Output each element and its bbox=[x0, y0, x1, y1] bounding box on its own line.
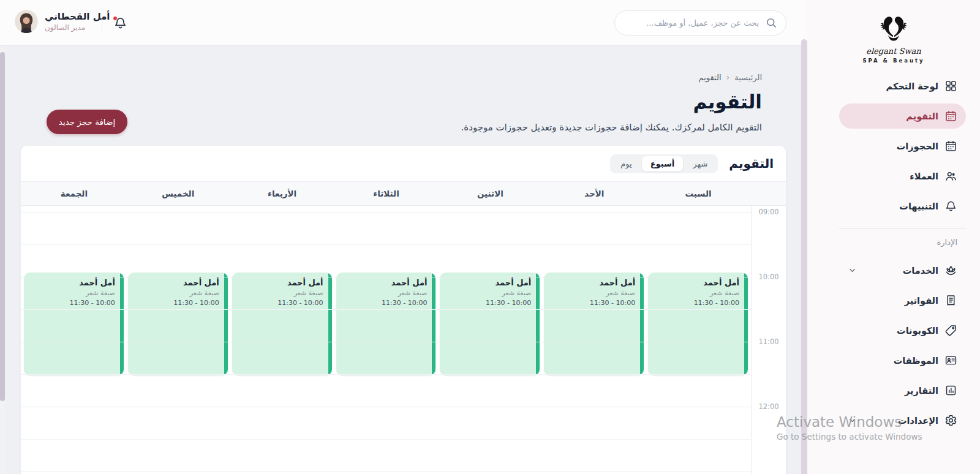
time-label: 10:00 bbox=[752, 273, 786, 281]
page-scrollbar-thumb[interactable] bbox=[0, 52, 5, 401]
grid-line bbox=[21, 277, 752, 277]
sidebar-item-label: لوحة التحكم bbox=[886, 81, 938, 91]
day-column: أمل أحمدصبغة شعر11:30 - 10:00 bbox=[126, 206, 230, 474]
reports-icon bbox=[944, 384, 957, 397]
services-icon bbox=[944, 264, 957, 277]
sidebar-item-label: التقويم bbox=[906, 111, 938, 121]
sidebar-item-label: الإعدادات bbox=[898, 416, 938, 426]
appointment-service: صبغة شعر bbox=[29, 289, 115, 297]
appointment-client: أمل أحمد bbox=[29, 278, 115, 287]
day-column: أمل أحمدصبغة شعر11:30 - 10:00 bbox=[646, 206, 750, 474]
day-header: الجمعة bbox=[22, 182, 126, 205]
sidebar-item[interactable]: التقويم bbox=[839, 103, 966, 129]
grid-line bbox=[21, 374, 752, 375]
day-header: الأربعاء bbox=[230, 182, 334, 205]
time-label: 12:00 bbox=[752, 402, 786, 411]
appointment-time: 11:30 - 10:00 bbox=[237, 299, 323, 307]
coupons-icon bbox=[944, 324, 957, 337]
appointment-card[interactable]: أمل أحمدصبغة شعر11:30 - 10:00 bbox=[440, 273, 540, 375]
appointment-card[interactable]: أمل أحمدصبغة شعر11:30 - 10:00 bbox=[24, 273, 124, 375]
appointment-card[interactable]: أمل أحمدصبغة شعر11:30 - 10:00 bbox=[232, 273, 332, 375]
notifications-bell-icon bbox=[944, 200, 957, 213]
avatar[interactable] bbox=[15, 10, 38, 33]
appointment-client: أمل أحمد bbox=[549, 278, 635, 287]
clients-icon bbox=[944, 170, 957, 182]
grid-line bbox=[21, 439, 752, 440]
appointment-accent-bar bbox=[432, 273, 435, 375]
sidebar-item[interactable]: التنبيهات bbox=[839, 194, 966, 219]
sidebar-item[interactable]: العملاء bbox=[839, 164, 966, 189]
day-column: أمل أحمدصبغة شعر11:30 - 10:00 bbox=[22, 206, 126, 474]
user-profile[interactable]: أمل القحطاني مدير الصالون bbox=[15, 10, 110, 33]
dashboard-icon bbox=[944, 80, 957, 92]
appointment-service: صبغة شعر bbox=[549, 289, 635, 297]
sidebar-item[interactable]: الموظفات bbox=[839, 348, 966, 373]
time-label: 11:00 bbox=[752, 337, 786, 346]
day-header: الاثنين bbox=[438, 182, 542, 205]
breadcrumb-chevron-icon: ‹ bbox=[726, 72, 730, 82]
add-booking-button[interactable]: إضافة حجز جديد bbox=[47, 110, 127, 134]
notification-dot bbox=[113, 16, 118, 21]
notifications-bell-icon[interactable] bbox=[112, 16, 128, 32]
appointment-client: أمل أحمد bbox=[133, 278, 219, 287]
chevron-down-icon bbox=[848, 416, 857, 425]
day-column: أمل أحمدصبغة شعر11:30 - 10:00 bbox=[230, 206, 334, 474]
day-column: أمل أحمدصبغة شعر11:30 - 10:00 bbox=[438, 206, 542, 474]
sidebar-item-label: الحجوزات bbox=[897, 141, 938, 151]
sidebar-item[interactable]: الكوبونات bbox=[839, 318, 966, 343]
appointment-service: صبغة شعر bbox=[133, 289, 219, 297]
appointment-time: 11:30 - 10:00 bbox=[653, 299, 739, 307]
appointment-time: 11:30 - 10:00 bbox=[29, 299, 115, 307]
grid-line bbox=[21, 244, 752, 245]
appointment-card[interactable]: أمل أحمدصبغة شعر11:30 - 10:00 bbox=[336, 273, 436, 375]
brand-name: elegant Swan bbox=[807, 47, 980, 56]
appointment-client: أمل أحمد bbox=[341, 278, 428, 287]
grid-line bbox=[21, 407, 752, 407]
sidebar-item[interactable]: الإعدادات bbox=[839, 408, 966, 433]
sidebar-divider bbox=[839, 228, 966, 229]
sidebar-section-label: الإدارة bbox=[839, 238, 966, 247]
calendar-header: التقويم شهرأسبوعيوم bbox=[21, 146, 786, 181]
page-title: التقويم bbox=[693, 91, 762, 113]
appointment-time: 11:30 - 10:00 bbox=[549, 299, 635, 307]
sidebar-item-label: التنبيهات bbox=[899, 201, 938, 211]
sidebar-item[interactable]: لوحة التحكم bbox=[839, 73, 966, 99]
calendar-section-title: التقويم bbox=[729, 156, 774, 171]
view-option[interactable]: شهر bbox=[684, 156, 716, 171]
view-option[interactable]: يوم bbox=[612, 156, 640, 171]
appointment-accent-bar bbox=[744, 273, 748, 375]
content-scrollbar-thumb[interactable] bbox=[801, 39, 807, 474]
sidebar-item[interactable]: الفواتير bbox=[839, 288, 966, 313]
topbar: أمل القحطاني مدير الصالون bbox=[0, 0, 807, 46]
appointment-accent-bar bbox=[328, 273, 332, 375]
view-toggle: شهرأسبوعيوم bbox=[610, 154, 718, 173]
appointment-card[interactable]: أمل أحمدصبغة شعر11:30 - 10:00 bbox=[544, 273, 644, 375]
sidebar-item-label: الكوبونات bbox=[897, 326, 938, 336]
appointment-time: 11:30 - 10:00 bbox=[341, 299, 428, 307]
grid-line bbox=[21, 212, 752, 213]
search-box bbox=[614, 10, 786, 36]
brand-tagline: SPA & Beauty bbox=[807, 58, 980, 64]
sidebar-item[interactable]: التقارير bbox=[839, 378, 966, 403]
appointment-card[interactable]: أمل أحمدصبغة شعر11:30 - 10:00 bbox=[128, 273, 228, 375]
appointment-card[interactable]: أمل أحمدصبغة شعر11:30 - 10:00 bbox=[648, 273, 748, 375]
page-scrollbar-track bbox=[0, 46, 5, 474]
grid-line bbox=[21, 342, 752, 342]
time-label: 09:00 bbox=[752, 208, 786, 216]
appointment-client: أمل أحمد bbox=[445, 278, 531, 287]
search-input[interactable] bbox=[614, 10, 786, 36]
sidebar-item-label: الخدمات bbox=[903, 266, 938, 276]
breadcrumb-home[interactable]: الرئيسية bbox=[734, 73, 762, 82]
appointment-accent-bar bbox=[224, 273, 228, 375]
sidebar-item[interactable]: الحجوزات bbox=[839, 134, 966, 159]
topbar-divider bbox=[102, 15, 102, 31]
appointment-time: 11:30 - 10:00 bbox=[445, 299, 531, 307]
appointment-time: 11:30 - 10:00 bbox=[133, 299, 219, 307]
breadcrumb: الرئيسية ‹ التقويم bbox=[699, 72, 762, 82]
sidebar-item[interactable]: الخدمات bbox=[839, 258, 966, 283]
appointment-service: صبغة شعر bbox=[237, 289, 323, 297]
view-option[interactable]: أسبوع bbox=[642, 156, 684, 171]
employees-icon bbox=[944, 354, 957, 367]
appointment-accent-bar bbox=[640, 273, 644, 375]
day-column: أمل أحمدصبغة شعر11:30 - 10:00 bbox=[542, 206, 646, 474]
